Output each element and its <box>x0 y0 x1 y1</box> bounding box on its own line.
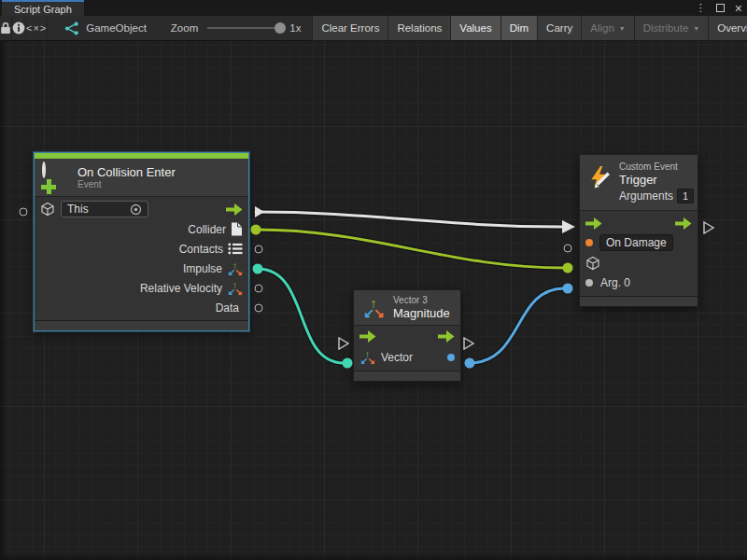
info-button[interactable] <box>12 16 26 40</box>
relative-velocity-port-label: Relative Velocity <box>140 282 222 295</box>
gameobject-cube-icon <box>40 202 55 217</box>
impulse-output-port[interactable] <box>253 264 263 274</box>
vector-input-port[interactable] <box>343 358 353 369</box>
flow-out-triangle[interactable] <box>703 221 714 234</box>
wire-magnitude-blue[interactable] <box>470 288 564 363</box>
node-title: Trigger <box>619 173 694 187</box>
magnitude-output-port[interactable] <box>465 358 475 369</box>
chevron-down-icon: ▼ <box>619 25 626 32</box>
data-port-label: Data <box>216 301 239 315</box>
maximize-icon[interactable] <box>716 4 725 12</box>
event-name-input-port[interactable] <box>564 245 572 253</box>
object-picker-icon[interactable] <box>130 203 142 216</box>
tab-bar: Script Graph ⋮ × <box>0 0 747 16</box>
flow-output-arrow-icon[interactable] <box>675 217 692 230</box>
align-label: Align <box>590 22 614 34</box>
port-row-collider: Collider <box>35 219 248 239</box>
this-object-field[interactable]: This <box>61 201 148 217</box>
close-icon[interactable]: × <box>735 2 742 15</box>
graph-canvas[interactable]: On Collision Enter Event This <box>0 41 747 560</box>
wire-collider-green[interactable] <box>256 230 564 268</box>
node-subtitle: Event <box>78 179 176 190</box>
node-category: Custom Event <box>619 161 694 173</box>
flow-input-arrow-icon[interactable] <box>585 217 602 230</box>
vector3-icon: ↑ ↙↘ <box>227 282 243 295</box>
event-name-value: On Damage <box>606 236 667 249</box>
carry-label: Carry <box>546 22 572 34</box>
values-label: Values <box>459 22 491 34</box>
arguments-label: Arguments <box>619 189 673 203</box>
flow-out-connected-triangle[interactable] <box>254 205 265 218</box>
impulse-port-label: Impulse <box>183 262 222 275</box>
port-row-contacts: Contacts <box>35 239 248 259</box>
node-category: Vector 3 <box>393 295 450 306</box>
node-on-collision-enter[interactable]: On Collision Enter Event This <box>34 152 249 331</box>
collider-port-label: Collider <box>188 223 226 236</box>
gameobject-label: GameObject <box>86 22 147 34</box>
window-menu-icon[interactable]: ⋮ <box>696 3 706 13</box>
zoom-label: Zoom <box>171 22 198 34</box>
port-row-this: This <box>35 197 248 219</box>
node-footer <box>35 320 248 330</box>
node-trigger-custom-event[interactable]: Custom Event Trigger Arguments 1 On <box>579 154 698 307</box>
contacts-list-icon <box>228 243 243 255</box>
this-field-value: This <box>67 203 124 216</box>
node-title: On Collision Enter <box>78 165 176 179</box>
zoom-slider-handle[interactable] <box>275 22 286 34</box>
arg0-wire-port[interactable] <box>563 284 573 294</box>
float-output-port[interactable] <box>447 354 455 361</box>
port-row-target <box>580 253 698 273</box>
zoom-slider[interactable] <box>207 27 284 29</box>
wire-arrowhead <box>562 220 575 233</box>
node-vector3-magnitude[interactable]: ↑ ↙↘ Vector 3 Magnitude ↑ ↙↘ Vector <box>353 289 461 382</box>
relative-velocity-output-port[interactable] <box>255 285 263 293</box>
flow-in-triangle[interactable] <box>338 337 349 350</box>
arg0-input-port[interactable] <box>585 279 593 287</box>
string-input-port[interactable] <box>585 239 593 246</box>
carry-toggle[interactable]: Carry <box>537 16 581 40</box>
tab-script-graph[interactable]: Script Graph <box>2 0 84 16</box>
toolbar-buttons: Clear Errors Relations Values Dim Carry … <box>312 16 747 40</box>
vector-port-label: Vector <box>381 351 413 364</box>
flow-row <box>580 211 698 232</box>
node-footer <box>580 296 698 306</box>
this-input-port[interactable] <box>20 208 28 217</box>
port-row-vector: ↑ ↙↘ Vector <box>354 347 460 368</box>
event-name-field[interactable]: On Damage <box>599 234 673 251</box>
contacts-output-port[interactable] <box>255 245 263 254</box>
node-header[interactable]: ↑ ↙↘ Vector 3 Magnitude <box>354 290 460 326</box>
node-title: Magnitude <box>393 306 450 320</box>
relations-button[interactable]: Relations <box>388 16 450 40</box>
lock-button[interactable] <box>0 16 12 40</box>
wire-impulse-teal[interactable] <box>258 269 344 363</box>
arguments-count-field[interactable]: 1 <box>677 189 694 203</box>
graph-source-selector[interactable]: GameObject <box>48 16 147 40</box>
flow-output-arrow-icon[interactable] <box>226 203 243 216</box>
clear-errors-label: Clear Errors <box>321 22 379 34</box>
data-output-port[interactable] <box>255 304 263 313</box>
collider-doc-icon <box>231 222 243 236</box>
collider-output-port[interactable] <box>251 225 261 235</box>
code-view-button[interactable]: <×> <box>26 16 48 40</box>
port-row-relative-velocity: Relative Velocity ↑ ↙↘ <box>35 278 248 298</box>
dim-toggle[interactable]: Dim <box>500 16 537 40</box>
node-header[interactable]: Custom Event Trigger Arguments 1 <box>580 155 698 211</box>
flow-output-arrow-icon[interactable] <box>438 330 455 343</box>
clear-errors-button[interactable]: Clear Errors <box>312 16 388 40</box>
lock-icon <box>0 21 11 35</box>
overview-button[interactable]: Overview <box>708 16 747 40</box>
vector3-icon: ↑ ↙↘ <box>361 299 386 317</box>
arg0-port-label: Arg. 0 <box>600 276 630 289</box>
node-footer <box>354 371 460 381</box>
code-icon: <×> <box>26 22 47 34</box>
align-dropdown[interactable]: Align ▼ <box>581 16 634 40</box>
flow-input-arrow-icon[interactable] <box>359 330 376 343</box>
target-input-port[interactable] <box>563 263 573 273</box>
vector3-icon: ↑ ↙↘ <box>227 262 243 275</box>
zoom-value: 1x <box>289 22 301 34</box>
flow-out-triangle[interactable] <box>463 337 474 350</box>
vector3-icon: ↑ ↙↘ <box>359 351 375 364</box>
node-header[interactable]: On Collision Enter Event <box>35 159 248 197</box>
distribute-dropdown[interactable]: Distribute ▼ <box>634 16 709 40</box>
values-toggle[interactable]: Values <box>450 16 500 40</box>
